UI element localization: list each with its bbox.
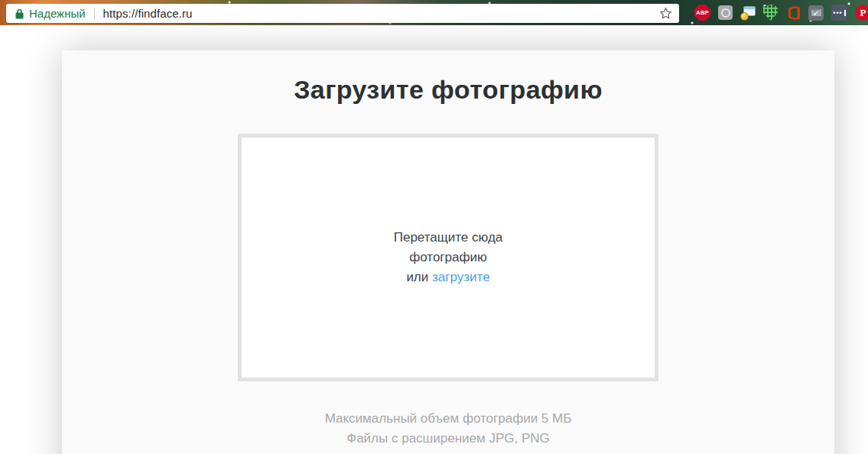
- extension-icons-row: ABP ✓ ••• P: [694, 0, 868, 25]
- window-coin-extension-icon[interactable]: [740, 5, 756, 21]
- security-label: Надежный: [29, 7, 86, 20]
- file-types-note: Файлы с расширением JPG, PNG: [62, 429, 834, 449]
- dropzone-line3-prefix: или: [406, 270, 428, 284]
- dropzone-line2: фотографию: [409, 250, 486, 264]
- mail-checker-extension-icon[interactable]: ✓: [808, 5, 824, 21]
- gray-extension-icon[interactable]: [718, 5, 733, 20]
- max-size-note: Максимальный объем фотографии 5 МБ: [62, 409, 834, 429]
- browser-toolbar: Надежный https://findface.ru ABP ✓: [0, 0, 868, 25]
- address-separator: [94, 8, 95, 20]
- bookmark-star-icon[interactable]: [658, 6, 673, 21]
- dots-label: •••: [833, 9, 842, 17]
- lock-icon[interactable]: [15, 8, 24, 19]
- gold-coin-glyph: [740, 12, 749, 21]
- office-extension-icon[interactable]: [785, 5, 801, 21]
- upload-card: Загрузите фотографию Перетащите сюда фот…: [62, 50, 834, 454]
- page-content: Загрузите фотографию Перетащите сюда фот…: [0, 25, 868, 454]
- dropzone-instructions: Перетащите сюда фотографию или загрузите: [394, 228, 503, 287]
- photo-dropzone[interactable]: Перетащите сюда фотографию или загрузите: [238, 134, 658, 381]
- page-title: Загрузите фотографию: [62, 50, 834, 105]
- more-extensions-icon[interactable]: •••: [831, 5, 847, 21]
- pinterest-label: P: [860, 7, 866, 19]
- checkmark-glyph: ✓: [808, 6, 824, 20]
- abp-label: ABP: [696, 9, 708, 16]
- adblock-plus-icon[interactable]: ABP: [694, 5, 710, 21]
- address-bar[interactable]: Надежный https://findface.ru: [6, 4, 679, 23]
- dropzone-line1: Перетащите сюда: [394, 230, 503, 245]
- upload-link[interactable]: загрузите: [432, 270, 490, 284]
- url-text: https://findface.ru: [103, 7, 193, 20]
- green-shield-extension-icon[interactable]: [763, 5, 778, 21]
- pinterest-extension-icon[interactable]: P: [855, 5, 868, 21]
